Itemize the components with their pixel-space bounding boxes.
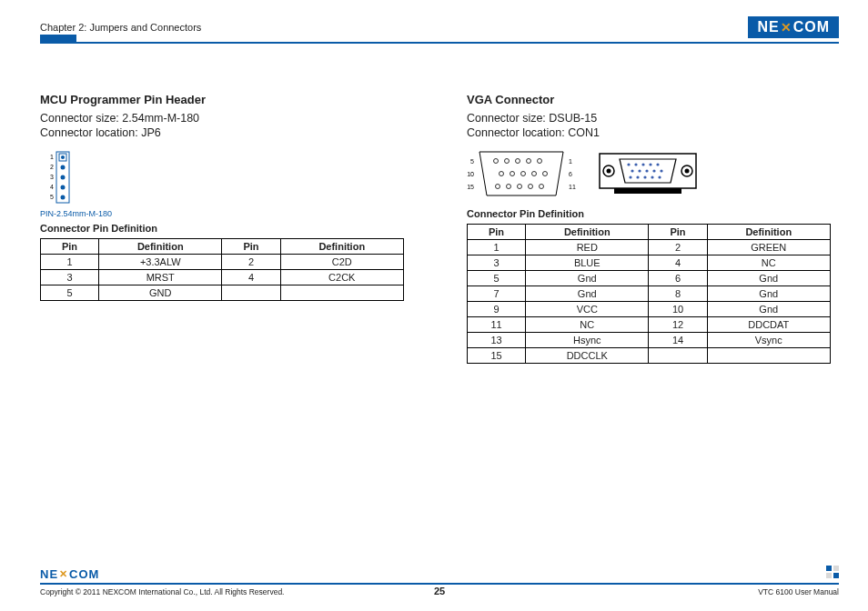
vga-connector-section: VGA Connector Connector size: DSUB-15 Co… — [467, 93, 839, 364]
cell: 5 — [468, 271, 526, 286]
th-pin: Pin — [649, 225, 707, 240]
svg-point-35 — [634, 163, 637, 165]
logo-part-ne: NE — [757, 19, 779, 35]
cell: 1 — [468, 240, 526, 255]
cell — [222, 285, 280, 301]
svg-point-17 — [538, 159, 542, 164]
cell: 5 — [41, 285, 99, 301]
chapter-label: Chapter 2: Jumpers and Connectors — [40, 22, 201, 33]
cell: Gnd — [526, 271, 649, 286]
manual-title: VTC 6100 User Manual — [758, 587, 839, 596]
svg-point-23 — [496, 185, 500, 189]
cell: 14 — [649, 333, 707, 348]
cell: 3 — [41, 270, 99, 285]
svg-point-11 — [61, 195, 66, 200]
svg-point-8 — [61, 165, 66, 170]
pin-label: 1 — [569, 158, 572, 165]
table-row: 15DDCCLK — [468, 348, 831, 364]
pin-label: 15 — [467, 184, 474, 190]
cell: C2CK — [280, 270, 403, 285]
connector-size: Connector size: DSUB-15 — [467, 112, 839, 125]
cell: 8 — [649, 286, 707, 302]
connector-location: Connector location: JP6 — [40, 126, 412, 139]
table-row: 5Gnd6Gnd — [468, 271, 831, 286]
table-title: Connector Pin Definition — [40, 223, 412, 234]
logo-x-icon: ✕ — [59, 568, 68, 580]
th-def: Definition — [99, 239, 222, 255]
svg-text:1: 1 — [50, 154, 54, 160]
cell: MRST — [99, 270, 222, 285]
svg-point-38 — [656, 163, 659, 165]
vga-pinout-diagram: 5 1 10 6 15 11 — [467, 148, 576, 199]
svg-point-46 — [643, 175, 646, 178]
cell: DDCCLK — [526, 348, 649, 364]
svg-point-39 — [631, 169, 633, 172]
cell: 7 — [468, 286, 526, 302]
svg-point-9 — [61, 175, 66, 180]
th-pin: Pin — [41, 239, 99, 255]
connector-location: Connector location: CON1 — [467, 126, 839, 139]
svg-point-32 — [685, 169, 690, 174]
svg-point-47 — [651, 175, 653, 178]
section-title: VGA Connector — [467, 93, 839, 106]
cell: 6 — [649, 271, 707, 286]
cell: DDCDAT — [707, 317, 830, 333]
svg-text:2: 2 — [50, 164, 54, 170]
table-row: 9VCC10Gnd — [468, 302, 831, 317]
pin-header-diagram: 12 34 5 PIN-2.54mm-M-180 — [40, 150, 412, 215]
cell: Gnd — [526, 286, 649, 302]
svg-point-45 — [636, 175, 639, 178]
svg-point-40 — [638, 169, 641, 172]
page-number: 25 — [434, 586, 445, 596]
svg-point-41 — [645, 169, 648, 172]
svg-marker-12 — [479, 152, 563, 195]
svg-point-24 — [507, 185, 511, 189]
cell: NC — [526, 317, 649, 333]
cell: 11 — [468, 317, 526, 333]
pin-label: 10 — [467, 171, 474, 177]
svg-point-20 — [521, 172, 526, 176]
cell: BLUE — [526, 255, 649, 271]
mcu-pin-table: Pin Definition Pin Definition 1+3.3ALW2C… — [40, 238, 404, 301]
pin-label: 5 — [470, 158, 474, 165]
cell: GREEN — [707, 240, 830, 255]
table-row: 11NC12DDCDAT — [468, 317, 831, 333]
cell: 4 — [649, 255, 707, 271]
cell: 9 — [468, 302, 526, 317]
svg-point-43 — [660, 169, 662, 172]
cell: 13 — [468, 333, 526, 348]
svg-text:3: 3 — [50, 174, 54, 180]
svg-point-19 — [510, 172, 515, 176]
svg-rect-49 — [614, 188, 681, 194]
vga-diagram-row: 5 1 10 6 15 11 — [467, 148, 839, 199]
vga-physical-diagram — [598, 148, 698, 199]
pin-label: 6 — [569, 171, 572, 177]
cell: RED — [526, 240, 649, 255]
brand-logo: NE ✕ COM — [748, 16, 839, 38]
mcu-pin-header-section: MCU Programmer Pin Header Connector size… — [40, 93, 412, 364]
svg-text:4: 4 — [50, 184, 54, 190]
cell: VCC — [526, 302, 649, 317]
cell — [649, 348, 707, 364]
logo-x-icon: ✕ — [781, 20, 792, 35]
th-def: Definition — [280, 239, 403, 255]
svg-point-27 — [540, 185, 544, 189]
cell: Hsync — [526, 333, 649, 348]
cell: Gnd — [707, 302, 830, 317]
section-title: MCU Programmer Pin Header — [40, 93, 412, 106]
th-pin: Pin — [468, 225, 526, 240]
svg-point-30 — [607, 169, 611, 174]
cell: Gnd — [707, 271, 830, 286]
cell: 15 — [468, 348, 526, 364]
svg-text:5: 5 — [50, 194, 54, 200]
svg-point-48 — [658, 175, 661, 178]
svg-point-15 — [516, 159, 520, 164]
table-title: Connector Pin Definition — [467, 208, 839, 219]
table-row: 5GND — [41, 285, 404, 301]
svg-point-18 — [500, 172, 504, 176]
cell: 2 — [649, 240, 707, 255]
cell: NC — [707, 255, 830, 271]
cell: +3.3ALW — [99, 255, 222, 270]
cell: 2 — [222, 255, 280, 270]
th-def: Definition — [526, 225, 649, 240]
